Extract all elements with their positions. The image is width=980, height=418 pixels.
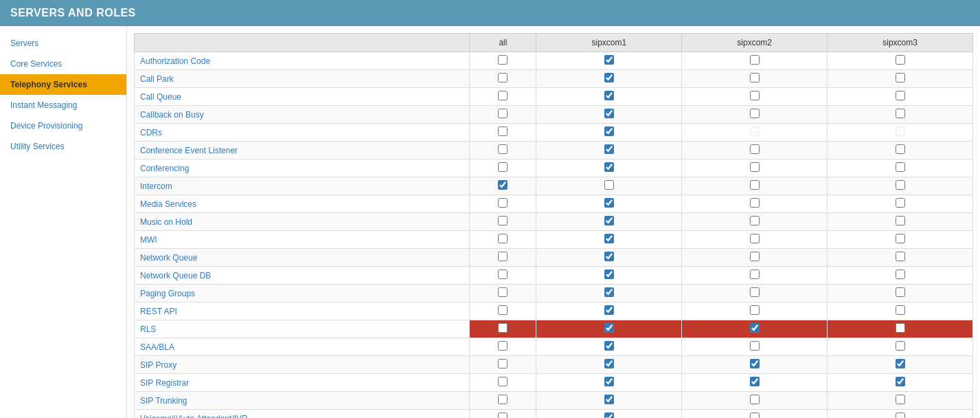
checkbox-call-queue-all[interactable] — [498, 91, 508, 100]
checkbox-rls-sipxcom1[interactable] — [604, 323, 614, 333]
checkbox-call-park-sipxcom1[interactable] — [604, 73, 614, 82]
checkbox-callback-on-busy-all[interactable] — [498, 109, 508, 118]
checkbox-cell-mwi-sipxcom3[interactable] — [828, 231, 973, 249]
checkbox-cell-paging-groups-sipxcom1[interactable] — [536, 285, 682, 302]
checkbox-cell-saa-bla-sipxcom3[interactable] — [828, 338, 973, 356]
checkbox-cell-conferencing-sipxcom3[interactable] — [828, 160, 973, 177]
checkbox-cell-callback-on-busy-all[interactable] — [470, 106, 536, 124]
checkbox-cell-intercom-all[interactable] — [470, 177, 536, 195]
checkbox-call-park-all[interactable] — [498, 73, 508, 82]
checkbox-rest-api-sipxcom3[interactable] — [896, 305, 905, 315]
checkbox-sip-proxy-sipxcom1[interactable] — [604, 359, 614, 368]
checkbox-sip-proxy-sipxcom3[interactable] — [896, 359, 905, 368]
checkbox-cell-cdrs-sipxcom1[interactable] — [536, 124, 682, 142]
checkbox-conferencing-all[interactable] — [498, 162, 508, 172]
checkbox-cell-network-queue-db-all[interactable] — [470, 267, 536, 285]
checkbox-cell-authorization-code-sipxcom2[interactable] — [682, 52, 828, 70]
checkbox-sip-registrar-all[interactable] — [498, 377, 508, 386]
checkbox-conferencing-sipxcom3[interactable] — [896, 162, 905, 172]
checkbox-cell-conference-event-listener-sipxcom1[interactable] — [536, 142, 682, 160]
checkbox-mwi-sipxcom2[interactable] — [750, 234, 760, 243]
checkbox-cell-saa-bla-sipxcom2[interactable] — [682, 338, 828, 356]
checkbox-cell-conferencing-sipxcom1[interactable] — [536, 160, 682, 177]
checkbox-cell-sip-trunking-sipxcom1[interactable] — [536, 392, 682, 410]
checkbox-cell-music-on-hold-sipxcom1[interactable] — [536, 213, 682, 231]
checkbox-cell-sip-proxy-sipxcom2[interactable] — [682, 356, 828, 374]
checkbox-saa-bla-sipxcom2[interactable] — [750, 341, 760, 351]
checkbox-cell-call-queue-all[interactable] — [470, 88, 536, 106]
checkbox-callback-on-busy-sipxcom3[interactable] — [896, 109, 905, 118]
checkbox-cell-cdrs-all[interactable] — [470, 124, 536, 142]
checkbox-cell-paging-groups-sipxcom3[interactable] — [828, 285, 973, 302]
checkbox-cell-conferencing-all[interactable] — [470, 160, 536, 177]
checkbox-media-services-sipxcom3[interactable] — [896, 198, 905, 208]
checkbox-cell-rest-api-sipxcom2[interactable] — [682, 302, 828, 320]
checkbox-cell-intercom-sipxcom3[interactable] — [828, 177, 973, 195]
checkbox-cell-mwi-all[interactable] — [470, 231, 536, 249]
checkbox-sip-registrar-sipxcom1[interactable] — [604, 377, 614, 386]
checkbox-cell-rest-api-sipxcom3[interactable] — [828, 302, 973, 320]
sidebar-item-servers[interactable]: Servers — [0, 33, 126, 54]
checkbox-sip-registrar-sipxcom2[interactable] — [750, 377, 760, 386]
checkbox-cell-rls-sipxcom2[interactable] — [682, 320, 828, 338]
checkbox-cell-conferencing-sipxcom2[interactable] — [682, 160, 828, 177]
checkbox-rest-api-sipxcom1[interactable] — [604, 305, 614, 315]
checkbox-cell-sip-proxy-sipxcom3[interactable] — [828, 356, 973, 374]
checkbox-rest-api-all[interactable] — [498, 305, 508, 315]
checkbox-conferencing-sipxcom2[interactable] — [750, 162, 760, 172]
checkbox-cell-authorization-code-sipxcom1[interactable] — [536, 52, 682, 70]
checkbox-saa-bla-sipxcom1[interactable] — [604, 341, 614, 351]
checkbox-cell-cdrs-sipxcom3[interactable] — [828, 124, 973, 142]
checkbox-cell-rls-sipxcom3[interactable] — [828, 320, 973, 338]
checkbox-paging-groups-all[interactable] — [498, 287, 508, 297]
checkbox-sip-trunking-sipxcom3[interactable] — [896, 395, 905, 404]
checkbox-cell-network-queue-all[interactable] — [470, 249, 536, 267]
checkbox-conferencing-sipxcom1[interactable] — [604, 162, 614, 172]
checkbox-cell-saa-bla-all[interactable] — [470, 338, 536, 356]
checkbox-conference-event-listener-sipxcom2[interactable] — [750, 144, 760, 154]
checkbox-cell-callback-on-busy-sipxcom1[interactable] — [536, 106, 682, 124]
checkbox-cell-call-queue-sipxcom1[interactable] — [536, 88, 682, 106]
checkbox-network-queue-all[interactable] — [498, 252, 508, 261]
checkbox-cell-media-services-sipxcom2[interactable] — [682, 195, 828, 213]
checkbox-cdrs-sipxcom2[interactable] — [750, 126, 760, 136]
checkbox-cell-cdrs-sipxcom2[interactable] — [682, 124, 828, 142]
checkbox-call-queue-sipxcom2[interactable] — [750, 91, 760, 100]
checkbox-conference-event-listener-sipxcom3[interactable] — [896, 144, 905, 154]
checkbox-cell-saa-bla-sipxcom1[interactable] — [536, 338, 682, 356]
checkbox-mwi-sipxcom1[interactable] — [604, 234, 614, 243]
checkbox-cell-network-queue-db-sipxcom1[interactable] — [536, 267, 682, 285]
checkbox-cell-call-queue-sipxcom3[interactable] — [828, 88, 973, 106]
checkbox-rls-all[interactable] — [498, 323, 508, 333]
checkbox-callback-on-busy-sipxcom2[interactable] — [750, 109, 760, 118]
checkbox-cell-rest-api-sipxcom1[interactable] — [536, 302, 682, 320]
checkbox-conference-event-listener-sipxcom1[interactable] — [604, 144, 614, 154]
checkbox-cell-sip-registrar-sipxcom1[interactable] — [536, 374, 682, 392]
checkbox-cell-voicemail-auto-attendant-sipxcom3[interactable] — [828, 410, 973, 419]
checkbox-cdrs-sipxcom1[interactable] — [604, 126, 614, 136]
checkbox-cell-network-queue-db-sipxcom2[interactable] — [682, 267, 828, 285]
checkbox-sip-trunking-sipxcom1[interactable] — [604, 395, 614, 404]
sidebar-item-instant-messaging[interactable]: Instant Messaging — [0, 95, 126, 116]
checkbox-network-queue-db-sipxcom2[interactable] — [750, 270, 760, 279]
checkbox-voicemail-auto-attendant-sipxcom2[interactable] — [750, 412, 760, 418]
checkbox-network-queue-db-sipxcom3[interactable] — [896, 270, 905, 279]
checkbox-callback-on-busy-sipxcom1[interactable] — [604, 109, 614, 118]
checkbox-cell-sip-proxy-sipxcom1[interactable] — [536, 356, 682, 374]
checkbox-cell-voicemail-auto-attendant-sipxcom1[interactable] — [536, 410, 682, 419]
sidebar-item-utility-services[interactable]: Utility Services — [0, 136, 126, 157]
checkbox-intercom-sipxcom1[interactable] — [604, 180, 614, 190]
checkbox-authorization-code-sipxcom1[interactable] — [604, 55, 614, 65]
checkbox-cell-authorization-code-sipxcom3[interactable] — [828, 52, 973, 70]
checkbox-rls-sipxcom2[interactable] — [750, 323, 760, 333]
checkbox-rest-api-sipxcom2[interactable] — [750, 305, 760, 315]
checkbox-saa-bla-all[interactable] — [498, 341, 508, 351]
checkbox-cell-call-park-all[interactable] — [470, 70, 536, 88]
checkbox-conference-event-listener-all[interactable] — [498, 144, 508, 154]
checkbox-sip-trunking-all[interactable] — [498, 395, 508, 404]
checkbox-cell-network-queue-sipxcom2[interactable] — [682, 249, 828, 267]
checkbox-sip-trunking-sipxcom2[interactable] — [750, 395, 760, 404]
checkbox-voicemail-auto-attendant-sipxcom3[interactable] — [896, 412, 905, 418]
checkbox-cell-intercom-sipxcom2[interactable] — [682, 177, 828, 195]
checkbox-cell-callback-on-busy-sipxcom2[interactable] — [682, 106, 828, 124]
